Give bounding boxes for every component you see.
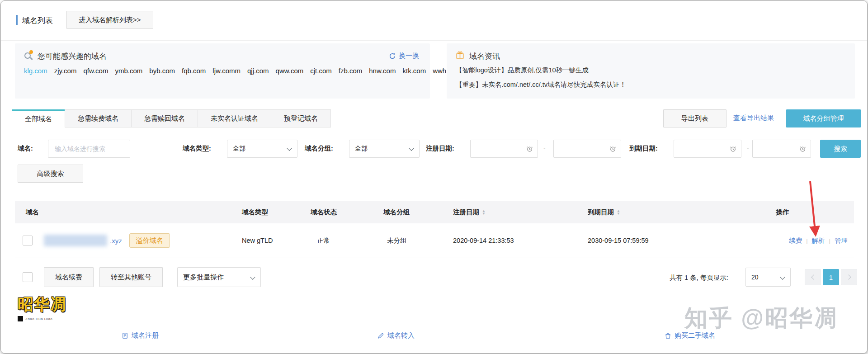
range-dash: - bbox=[747, 144, 749, 151]
reg-date-end-input[interactable] bbox=[553, 140, 621, 158]
pagination-total: 共有 1 条, 每页显示: bbox=[670, 274, 728, 282]
expire-date-start-input[interactable] bbox=[674, 140, 741, 158]
search-icon bbox=[24, 51, 33, 60]
search-button[interactable]: 搜索 bbox=[820, 140, 861, 158]
news-panel: 域名资讯 【智能logo设计】品质原创,仅需10秒一键生成 【重要】未实名.co… bbox=[447, 43, 855, 99]
col-expire-date[interactable]: 到期日期 ▲▼ bbox=[588, 201, 620, 223]
export-list-button[interactable]: 导出列表 bbox=[663, 109, 726, 127]
suggested-domain[interactable]: fqb.com bbox=[182, 67, 206, 75]
action-separator: | bbox=[829, 237, 830, 244]
page-size-select[interactable]: 20 bbox=[745, 268, 791, 287]
refresh-link[interactable]: 换一换 bbox=[389, 52, 419, 60]
batch-transfer-button[interactable]: 转至其他账号 bbox=[99, 267, 163, 287]
expire-date-label: 到期日期: bbox=[629, 144, 658, 153]
domain-filter-label: 域名: bbox=[18, 144, 33, 153]
cell-group: 未分组 bbox=[387, 223, 407, 258]
tab-strip: 全部域名 急需续费域名 急需赎回域名 未实名认证域名 预登记域名 bbox=[12, 109, 331, 127]
refresh-label: 换一换 bbox=[399, 52, 419, 60]
tab-redeem-urgent[interactable]: 急需赎回域名 bbox=[131, 109, 198, 127]
col-domain: 域名 bbox=[26, 201, 39, 223]
view-export-result-link[interactable]: 查看导出结果 bbox=[733, 114, 774, 123]
suggested-domain[interactable]: fzb.com bbox=[339, 67, 363, 75]
document-icon bbox=[122, 332, 128, 339]
domain-group-select[interactable]: 全部 bbox=[349, 140, 420, 158]
suggested-domain[interactable]: ktk.com bbox=[402, 67, 426, 75]
premium-badge: 溢价域名 bbox=[129, 233, 170, 248]
sort-icon[interactable]: ▲▼ bbox=[482, 210, 486, 215]
footer-link-register[interactable]: 域名注册 bbox=[122, 331, 159, 340]
action-separator: | bbox=[806, 237, 807, 244]
suggested-domain[interactable]: qjj.com bbox=[247, 67, 269, 75]
batch-more-select[interactable]: 更多批量操作 bbox=[177, 267, 261, 287]
suggested-domain[interactable]: hnw.com bbox=[369, 67, 396, 75]
suggested-domain[interactable]: klg.com bbox=[24, 67, 47, 75]
site-logo-text: 昭华凋 bbox=[18, 294, 66, 315]
shopping-bag-icon bbox=[665, 332, 671, 339]
domain-type-select[interactable]: 全部 bbox=[227, 140, 297, 158]
clock-icon bbox=[730, 146, 736, 152]
suggested-domain[interactable]: qfw.com bbox=[83, 67, 108, 75]
expire-date-end-input[interactable] bbox=[752, 140, 811, 158]
batch-renew-button[interactable]: 域名续费 bbox=[44, 267, 94, 287]
suggested-domain[interactable]: cjt.com bbox=[310, 67, 332, 75]
next-page-button[interactable] bbox=[841, 269, 857, 285]
reg-date-label: 注册日期: bbox=[426, 144, 454, 153]
refresh-icon bbox=[389, 52, 396, 60]
page-title: 域名列表 bbox=[22, 15, 53, 26]
action-renew-link[interactable]: 续费 bbox=[789, 236, 802, 245]
tab-all-domains[interactable]: 全部域名 bbox=[12, 109, 65, 127]
interest-panel-title: 您可能感兴趣的域名 bbox=[38, 51, 107, 61]
enter-dns-list-button[interactable]: 进入域名解析列表>> bbox=[66, 11, 153, 29]
chevron-down-icon bbox=[287, 146, 292, 151]
footer-link-transfer[interactable]: 域名转入 bbox=[377, 331, 415, 340]
sort-icon[interactable]: ▲▼ bbox=[617, 210, 620, 215]
gift-icon bbox=[456, 51, 464, 59]
clock-icon bbox=[799, 146, 806, 152]
advanced-search-button[interactable]: 高级搜索 bbox=[18, 165, 83, 183]
redacted-domain-blur bbox=[44, 235, 107, 246]
chevron-down-icon bbox=[780, 274, 785, 279]
domain-type-label: 域名类型: bbox=[183, 144, 211, 153]
suggested-domain[interactable]: ymb.com bbox=[115, 67, 142, 75]
action-manage-link[interactable]: 管理 bbox=[835, 236, 848, 245]
suggested-domain[interactable]: zjy.com bbox=[54, 67, 77, 75]
suggested-domain[interactable]: byb.com bbox=[149, 67, 175, 75]
cell-status: 正常 bbox=[317, 223, 330, 258]
tab-preregister[interactable]: 预登记域名 bbox=[271, 109, 331, 127]
news-item[interactable]: 【智能logo设计】品质原创,仅需10秒一键生成 bbox=[456, 66, 589, 75]
pagination: 1 bbox=[805, 269, 857, 285]
logo-seal bbox=[18, 316, 23, 321]
site-logo: 昭华凋 Zhao Hua Diao bbox=[18, 294, 66, 321]
domain-group-value: 全部 bbox=[355, 145, 368, 153]
domain-search-field bbox=[48, 140, 130, 158]
range-dash: - bbox=[543, 144, 546, 151]
col-reg-date[interactable]: 注册日期 ▲▼ bbox=[453, 201, 486, 223]
news-panel-title: 域名资讯 bbox=[469, 51, 500, 61]
suggested-domains: klg.comzjy.comqfw.comymb.combyb.comfqb.c… bbox=[24, 63, 422, 78]
clock-icon bbox=[526, 146, 533, 152]
row-checkbox[interactable] bbox=[23, 236, 33, 245]
interest-panel: 您可能感兴趣的域名 换一换 klg.comzjy.comqfw.comymb.c… bbox=[15, 43, 430, 99]
table-header: 域名 域名类型 域名状态 域名分组 注册日期 ▲▼ 到期日期 ▲▼ 操作 bbox=[15, 201, 854, 223]
batch-checkbox[interactable] bbox=[23, 272, 33, 282]
watermark: 知乎 @昭华凋 bbox=[684, 303, 838, 334]
suggested-domain[interactable]: ljw.comm bbox=[212, 67, 241, 75]
col-actions: 操作 bbox=[776, 201, 789, 223]
chevron-down-icon bbox=[250, 274, 255, 279]
tab-unverified[interactable]: 未实名认证域名 bbox=[198, 109, 271, 127]
tab-renew-urgent[interactable]: 急需续费域名 bbox=[65, 109, 132, 127]
domain-group-label: 域名分组: bbox=[305, 144, 333, 153]
domain-group-manage-button[interactable]: 域名分组管理 bbox=[786, 109, 861, 127]
col-group: 域名分组 bbox=[383, 201, 410, 223]
table-row: .xyz 溢价域名 New gTLD 正常 未分组 2020-09-14 21:… bbox=[15, 223, 854, 258]
prev-page-button[interactable] bbox=[805, 269, 821, 285]
suggested-domain[interactable]: qww.com bbox=[276, 67, 304, 75]
news-item[interactable]: 【重要】未实名.com/.net/.cc/.tv域名请尽快完成实名认证！ bbox=[456, 80, 626, 89]
reg-date-start-input[interactable] bbox=[470, 140, 538, 158]
domain-search-input[interactable] bbox=[54, 145, 124, 153]
cell-type: New gTLD bbox=[242, 223, 273, 258]
domain-suffix[interactable]: .xyz bbox=[110, 237, 122, 245]
page-1-button[interactable]: 1 bbox=[823, 269, 839, 285]
action-resolve-link[interactable]: 解析 bbox=[812, 236, 825, 245]
domain-type-value: 全部 bbox=[233, 145, 245, 153]
